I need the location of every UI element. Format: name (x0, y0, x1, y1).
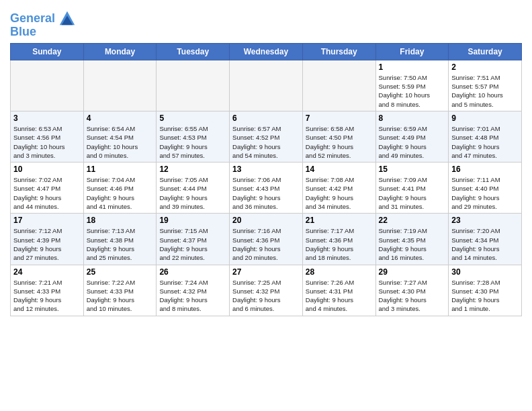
day-number: 18 (87, 216, 154, 225)
day-info: Sunrise: 7:50 AM Sunset: 5:59 PM Dayligh… (379, 73, 446, 109)
day-number: 4 (87, 113, 154, 123)
day-cell: 2Sunrise: 7:51 AM Sunset: 5:57 PM Daylig… (449, 60, 522, 111)
day-cell: 7Sunrise: 6:58 AM Sunset: 4:50 PM Daylig… (302, 111, 375, 162)
week-row-5: 24Sunrise: 7:21 AM Sunset: 4:33 PM Dayli… (11, 265, 522, 316)
day-cell: 17Sunrise: 7:12 AM Sunset: 4:39 PM Dayli… (11, 214, 84, 265)
weekday-header-saturday: Saturday (449, 43, 522, 60)
day-number: 24 (13, 267, 81, 277)
day-info: Sunrise: 6:55 AM Sunset: 4:53 PM Dayligh… (159, 124, 226, 160)
day-number: 21 (306, 216, 373, 225)
day-number: 11 (87, 165, 154, 174)
week-row-3: 10Sunrise: 7:02 AM Sunset: 4:47 PM Dayli… (11, 163, 522, 214)
day-cell: 10Sunrise: 7:02 AM Sunset: 4:47 PM Dayli… (11, 163, 84, 214)
day-cell: 23Sunrise: 7:20 AM Sunset: 4:34 PM Dayli… (449, 214, 522, 265)
week-row-2: 3Sunrise: 6:53 AM Sunset: 4:56 PM Daylig… (11, 111, 522, 162)
week-row-1: 1Sunrise: 7:50 AM Sunset: 5:59 PM Daylig… (11, 60, 522, 111)
day-cell: 6Sunrise: 6:57 AM Sunset: 4:52 PM Daylig… (230, 111, 303, 162)
day-number: 23 (451, 216, 519, 225)
day-info: Sunrise: 7:08 AM Sunset: 4:42 PM Dayligh… (306, 175, 373, 211)
day-number: 15 (379, 165, 446, 174)
day-cell (157, 60, 230, 111)
day-cell: 14Sunrise: 7:08 AM Sunset: 4:42 PM Dayli… (302, 163, 375, 214)
day-number: 20 (232, 216, 300, 225)
day-number: 5 (159, 113, 226, 123)
day-cell: 1Sunrise: 7:50 AM Sunset: 5:59 PM Daylig… (375, 60, 449, 111)
day-number: 30 (451, 267, 519, 277)
day-cell: 26Sunrise: 7:24 AM Sunset: 4:32 PM Dayli… (157, 265, 230, 316)
week-row-4: 17Sunrise: 7:12 AM Sunset: 4:39 PM Dayli… (11, 214, 522, 265)
calendar: SundayMondayTuesdayWednesdayThursdayFrid… (10, 43, 522, 316)
day-info: Sunrise: 7:25 AM Sunset: 4:32 PM Dayligh… (232, 278, 300, 314)
day-number: 10 (13, 165, 81, 174)
weekday-header-wednesday: Wednesday (230, 43, 303, 60)
day-info: Sunrise: 6:58 AM Sunset: 4:50 PM Dayligh… (306, 124, 373, 160)
day-number: 7 (306, 113, 373, 123)
day-cell: 28Sunrise: 7:26 AM Sunset: 4:31 PM Dayli… (302, 265, 375, 316)
page: General Blue SundayMondayTuesdayWednesda… (0, 0, 532, 320)
weekday-header-sunday: Sunday (11, 43, 84, 60)
logo: General Blue (10, 9, 77, 39)
day-cell: 12Sunrise: 7:05 AM Sunset: 4:44 PM Dayli… (157, 163, 230, 214)
day-cell: 5Sunrise: 6:55 AM Sunset: 4:53 PM Daylig… (157, 111, 230, 162)
day-cell: 13Sunrise: 7:06 AM Sunset: 4:43 PM Dayli… (230, 163, 303, 214)
day-number: 13 (232, 165, 300, 174)
logo-icon (58, 9, 77, 28)
day-info: Sunrise: 7:19 AM Sunset: 4:35 PM Dayligh… (379, 226, 446, 262)
day-info: Sunrise: 7:06 AM Sunset: 4:43 PM Dayligh… (232, 175, 300, 211)
day-cell (83, 60, 157, 111)
day-number: 26 (159, 267, 226, 277)
day-cell (302, 60, 375, 111)
logo-text: General (10, 12, 55, 26)
day-cell: 21Sunrise: 7:17 AM Sunset: 4:36 PM Dayli… (302, 214, 375, 265)
weekday-header-monday: Monday (83, 43, 157, 60)
day-info: Sunrise: 7:51 AM Sunset: 5:57 PM Dayligh… (451, 73, 519, 109)
day-cell: 24Sunrise: 7:21 AM Sunset: 4:33 PM Dayli… (11, 265, 84, 316)
day-info: Sunrise: 7:28 AM Sunset: 4:30 PM Dayligh… (451, 278, 519, 314)
day-info: Sunrise: 7:15 AM Sunset: 4:37 PM Dayligh… (159, 226, 226, 262)
weekday-header-tuesday: Tuesday (157, 43, 230, 60)
day-cell: 30Sunrise: 7:28 AM Sunset: 4:30 PM Dayli… (449, 265, 522, 316)
day-info: Sunrise: 7:26 AM Sunset: 4:31 PM Dayligh… (306, 278, 373, 314)
day-info: Sunrise: 7:13 AM Sunset: 4:38 PM Dayligh… (87, 226, 154, 262)
day-cell: 4Sunrise: 6:54 AM Sunset: 4:54 PM Daylig… (83, 111, 157, 162)
day-info: Sunrise: 6:54 AM Sunset: 4:54 PM Dayligh… (87, 124, 154, 160)
day-cell: 9Sunrise: 7:01 AM Sunset: 4:48 PM Daylig… (449, 111, 522, 162)
day-cell: 15Sunrise: 7:09 AM Sunset: 4:41 PM Dayli… (375, 163, 449, 214)
day-number: 27 (232, 267, 300, 277)
day-info: Sunrise: 7:09 AM Sunset: 4:41 PM Dayligh… (379, 175, 446, 211)
day-number: 8 (379, 113, 446, 123)
logo-general: General (10, 11, 55, 25)
day-cell: 18Sunrise: 7:13 AM Sunset: 4:38 PM Dayli… (83, 214, 157, 265)
day-info: Sunrise: 6:53 AM Sunset: 4:56 PM Dayligh… (13, 124, 81, 160)
day-cell: 16Sunrise: 7:11 AM Sunset: 4:40 PM Dayli… (449, 163, 522, 214)
day-number: 16 (451, 165, 519, 174)
day-number: 22 (379, 216, 446, 225)
day-number: 29 (379, 267, 446, 277)
day-number: 19 (159, 216, 226, 225)
header: General Blue (10, 7, 522, 39)
day-info: Sunrise: 7:11 AM Sunset: 4:40 PM Dayligh… (451, 175, 519, 211)
day-info: Sunrise: 6:57 AM Sunset: 4:52 PM Dayligh… (232, 124, 300, 160)
day-info: Sunrise: 7:16 AM Sunset: 4:36 PM Dayligh… (232, 226, 300, 262)
day-info: Sunrise: 7:17 AM Sunset: 4:36 PM Dayligh… (306, 226, 373, 262)
day-cell: 22Sunrise: 7:19 AM Sunset: 4:35 PM Dayli… (375, 214, 449, 265)
day-cell: 25Sunrise: 7:22 AM Sunset: 4:33 PM Dayli… (83, 265, 157, 316)
day-cell: 11Sunrise: 7:04 AM Sunset: 4:46 PM Dayli… (83, 163, 157, 214)
day-number: 3 (13, 113, 81, 123)
weekday-header-friday: Friday (375, 43, 449, 60)
day-cell: 20Sunrise: 7:16 AM Sunset: 4:36 PM Dayli… (230, 214, 303, 265)
day-number: 9 (451, 113, 519, 123)
day-info: Sunrise: 7:20 AM Sunset: 4:34 PM Dayligh… (451, 226, 519, 262)
day-info: Sunrise: 7:04 AM Sunset: 4:46 PM Dayligh… (87, 175, 154, 211)
day-info: Sunrise: 6:59 AM Sunset: 4:49 PM Dayligh… (379, 124, 446, 160)
day-cell (230, 60, 303, 111)
day-info: Sunrise: 7:21 AM Sunset: 4:33 PM Dayligh… (13, 278, 81, 314)
day-info: Sunrise: 7:01 AM Sunset: 4:48 PM Dayligh… (451, 124, 519, 160)
day-cell: 27Sunrise: 7:25 AM Sunset: 4:32 PM Dayli… (230, 265, 303, 316)
day-info: Sunrise: 7:12 AM Sunset: 4:39 PM Dayligh… (13, 226, 81, 262)
weekday-header-row: SundayMondayTuesdayWednesdayThursdayFrid… (11, 43, 522, 60)
day-info: Sunrise: 7:24 AM Sunset: 4:32 PM Dayligh… (159, 278, 226, 314)
day-cell: 3Sunrise: 6:53 AM Sunset: 4:56 PM Daylig… (11, 111, 84, 162)
day-number: 2 (451, 62, 519, 72)
day-cell: 8Sunrise: 6:59 AM Sunset: 4:49 PM Daylig… (375, 111, 449, 162)
